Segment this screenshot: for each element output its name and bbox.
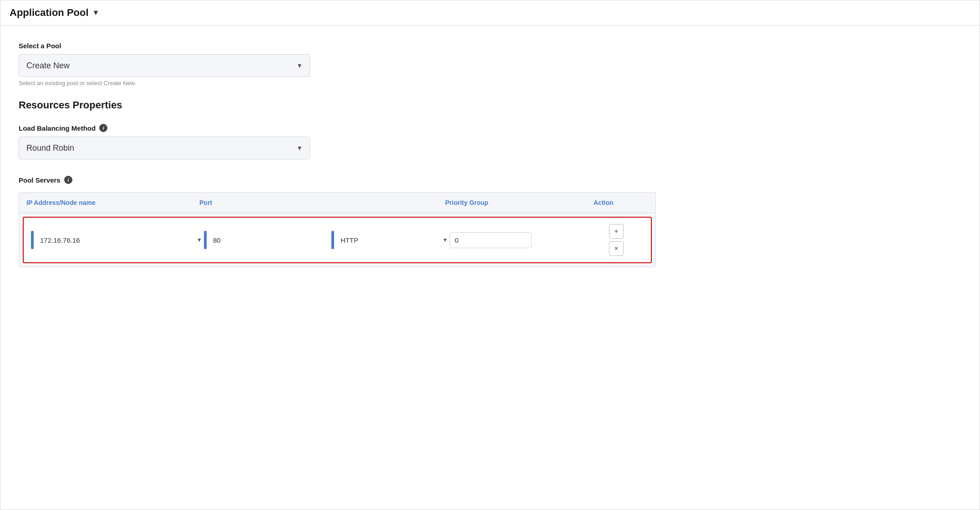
page-title: Application Pool: [10, 7, 89, 19]
load-balancing-dropdown[interactable]: Round Robin Least Connections IP Hash: [19, 137, 310, 159]
col-header-action: Action: [594, 199, 648, 206]
protocol-select-wrapper: HTTP HTTPS TCP ▼: [339, 234, 450, 247]
port-cell: [204, 231, 331, 249]
action-cell: + ×: [589, 224, 644, 256]
select-pool-container: Create New Pool 1 Pool 2 ▼: [19, 54, 310, 77]
add-row-button[interactable]: +: [609, 224, 624, 239]
pool-servers-section: Pool Servers i IP Address/Node name Port…: [19, 176, 961, 267]
page-wrapper: Application Pool ▼ Select a Pool Create …: [0, 0, 980, 510]
ip-accent-bar: [31, 231, 34, 249]
col-header-protocol: [327, 199, 445, 206]
port-input[interactable]: [211, 234, 331, 247]
table-row: 172.16.76.16 ▼: [23, 217, 652, 263]
protocol-accent-bar: [331, 231, 334, 249]
table-header-row: IP Address/Node name Port Priority Group…: [19, 193, 655, 213]
pool-servers-info-icon[interactable]: i: [64, 176, 72, 184]
select-pool-helper: Select an existing pool or select Create…: [19, 80, 961, 87]
protocol-cell: HTTP HTTPS TCP ▼: [331, 231, 450, 249]
ip-cell: 172.16.76.16 ▼: [31, 231, 204, 249]
pool-servers-table: IP Address/Node name Port Priority Group…: [19, 192, 656, 267]
select-pool-label: Select a Pool: [19, 42, 961, 50]
protocol-select[interactable]: HTTP HTTPS TCP: [339, 234, 450, 247]
load-balancing-info-icon[interactable]: i: [99, 124, 107, 132]
col-header-port: Port: [199, 199, 327, 206]
load-balancing-container: Round Robin Least Connections IP Hash ▼: [19, 137, 310, 159]
port-accent-bar: [204, 231, 207, 249]
col-header-priority: Priority Group: [445, 199, 594, 206]
ip-address-select[interactable]: 172.16.76.16: [38, 234, 204, 247]
ip-select-wrapper: 172.16.76.16 ▼: [38, 234, 204, 247]
load-balancing-label-row: Load Balancing Method i: [19, 124, 961, 132]
priority-cell: [450, 232, 589, 248]
col-header-ip: IP Address/Node name: [26, 199, 199, 206]
pool-servers-label: Pool Servers: [19, 176, 61, 184]
content-area: Select a Pool Create New Pool 1 Pool 2 ▼…: [0, 26, 980, 284]
header-chevron-icon: ▼: [92, 9, 100, 17]
remove-row-button[interactable]: ×: [609, 241, 624, 256]
pool-servers-label-row: Pool Servers i: [19, 176, 961, 184]
select-pool-dropdown[interactable]: Create New Pool 1 Pool 2: [19, 54, 310, 77]
load-balancing-label: Load Balancing Method: [19, 124, 96, 132]
header-bar: Application Pool ▼: [0, 0, 980, 26]
resources-properties-heading: Resources Properties: [19, 99, 961, 111]
priority-group-input[interactable]: [450, 232, 532, 248]
